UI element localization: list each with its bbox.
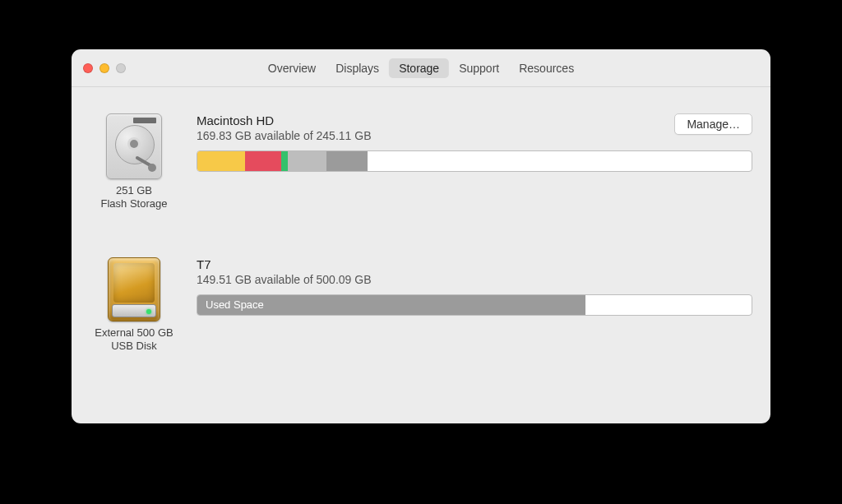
storage-bar [197, 150, 752, 172]
tab-displays[interactable]: Displays [326, 58, 389, 78]
drive-row: External 500 GBUSB DiskT7149.51 GB avail… [90, 257, 752, 354]
about-this-mac-window: OverviewDisplaysStorageSupportResources … [72, 49, 770, 423]
storage-segment-label: Used Space [206, 298, 264, 311]
storage-segment[interactable] [197, 151, 245, 171]
drive-name: Macintosh HD [197, 113, 654, 127]
drive-name: T7 [197, 257, 654, 271]
drive-row: 251 GBFlash StorageMacintosh HD169.83 GB… [90, 113, 752, 211]
drive-caption-line2: Flash Storage [101, 197, 168, 210]
storage-content: 251 GBFlash StorageMacintosh HD169.83 GB… [72, 87, 770, 423]
drive-icon-column: 251 GBFlash Storage [90, 113, 178, 211]
drive-header: Macintosh HD169.83 GB available of 245.1… [197, 113, 752, 150]
zoom-icon [116, 63, 126, 73]
close-icon[interactable] [83, 63, 93, 73]
storage-segment[interactable] [245, 151, 281, 171]
drive-info: Macintosh HD169.83 GB available of 245.1… [197, 113, 752, 172]
external-drive-icon [108, 257, 160, 321]
tab-support[interactable]: Support [449, 58, 509, 78]
tab-resources[interactable]: Resources [509, 58, 584, 78]
minimize-icon[interactable] [99, 63, 109, 73]
drive-caption-line1: External 500 GB [95, 326, 173, 340]
drive-available-text: 149.51 GB available of 500.09 GB [197, 273, 654, 286]
drive-caption-line1: 251 GB [101, 184, 168, 197]
storage-segment[interactable]: Used Space [197, 295, 585, 315]
internal-drive-icon [106, 113, 162, 179]
drive-header: T7149.51 GB available of 500.09 GB [197, 257, 752, 294]
tab-bar: OverviewDisplaysStorageSupportResources [258, 58, 584, 78]
drive-caption: 251 GBFlash Storage [101, 184, 168, 211]
titlebar: OverviewDisplaysStorageSupportResources [72, 49, 770, 87]
manage-button[interactable]: Manage… [674, 113, 752, 135]
storage-segment[interactable] [326, 151, 368, 171]
tab-storage[interactable]: Storage [389, 58, 449, 78]
drive-available-text: 169.83 GB available of 245.11 GB [197, 129, 654, 142]
drive-caption-line2: USB Disk [95, 340, 173, 353]
storage-segment[interactable] [281, 151, 288, 171]
drive-icon-column: External 500 GBUSB Disk [90, 257, 178, 354]
storage-bar: Used Space [197, 294, 752, 316]
tab-overview[interactable]: Overview [258, 58, 326, 78]
drive-info: T7149.51 GB available of 500.09 GBUsed S… [197, 257, 752, 316]
window-controls [83, 63, 126, 73]
storage-segment[interactable] [288, 151, 326, 171]
drive-caption: External 500 GBUSB Disk [95, 326, 173, 354]
